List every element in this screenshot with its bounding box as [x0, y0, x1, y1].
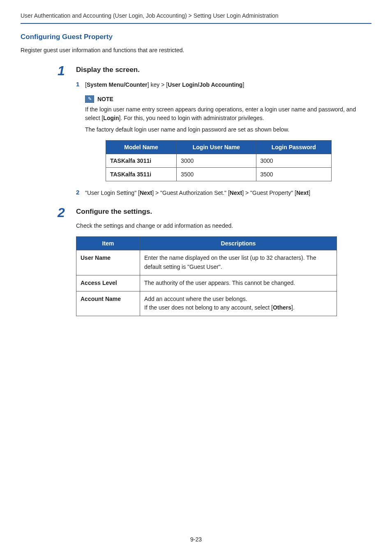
- th-model-name: Model Name: [106, 140, 177, 154]
- substep-number: 1: [76, 81, 85, 90]
- step-1: 1 Display the screen. 1 [System Menu/Cou…: [76, 66, 371, 197]
- breadcrumb: User Authentication and Accounting (User…: [21, 12, 371, 24]
- table-row: TASKalfa 3011i 3000 3000: [106, 154, 332, 167]
- th-item: Item: [76, 237, 140, 250]
- th-descriptions: Descriptions: [140, 237, 337, 250]
- cell-desc: The authority of the user appears. This …: [140, 275, 337, 291]
- note-label: NOTE: [97, 96, 113, 102]
- step-1-substep-1: 1 [System Menu/Counter] key > [User Logi…: [76, 81, 371, 90]
- table-row: TASKalfa 3511i 3500 3500: [106, 167, 332, 181]
- cell-desc: Add an account where the user belongs. I…: [140, 291, 337, 316]
- th-login-user-name: Login User Name: [177, 140, 256, 154]
- table-row: Access Level The authority of the user a…: [76, 275, 337, 291]
- step-2-number: 2: [58, 205, 65, 220]
- cell-item: User Name: [76, 250, 140, 275]
- note-block: ✎ NOTE If the login user name entry scre…: [85, 95, 371, 181]
- table-row: Account Name Add an account where the us…: [76, 291, 337, 316]
- note-icon: ✎: [85, 95, 94, 103]
- cell-user: 3000: [177, 154, 256, 167]
- note-header: ✎ NOTE: [85, 95, 371, 103]
- settings-table: Item Descriptions User Name Enter the na…: [76, 236, 337, 316]
- th-login-password: Login Password: [256, 140, 331, 154]
- cell-pass: 3000: [256, 154, 331, 167]
- substep-text: [System Menu/Counter] key > [User Login/…: [85, 81, 244, 90]
- table-row: User Name Enter the name displayed on th…: [76, 250, 337, 275]
- cell-model: TASKalfa 3511i: [106, 167, 177, 181]
- cell-item: Access Level: [76, 275, 140, 291]
- step-2-heading: Configure the settings.: [76, 208, 371, 216]
- login-credentials-table: Model Name Login User Name Login Passwor…: [106, 140, 332, 181]
- section-title: Configuring Guest Property: [21, 33, 371, 41]
- substep-number: 2: [76, 189, 85, 198]
- cell-pass: 3500: [256, 167, 331, 181]
- step-1-number: 1: [58, 63, 65, 79]
- intro-text: Register guest user information and func…: [21, 47, 371, 53]
- cell-user: 3500: [177, 167, 256, 181]
- note-text-2: The factory default login user name and …: [85, 125, 371, 134]
- cell-model: TASKalfa 3011i: [106, 154, 177, 167]
- substep-text: "User Login Setting" [Next] > "Guest Aut…: [85, 189, 310, 198]
- step-1-heading: Display the screen.: [76, 66, 371, 74]
- page-number: 9-23: [0, 536, 392, 543]
- cell-item: Account Name: [76, 291, 140, 316]
- cell-desc: Enter the name displayed on the user lis…: [140, 250, 337, 275]
- step-1-substep-2: 2 "User Login Setting" [Next] > "Guest A…: [76, 189, 371, 198]
- note-text-1: If the login user name entry screen appe…: [85, 105, 371, 123]
- step-2-text: Check the settings and change or add inf…: [76, 222, 371, 229]
- step-2: 2 Configure the settings. Check the sett…: [76, 208, 371, 316]
